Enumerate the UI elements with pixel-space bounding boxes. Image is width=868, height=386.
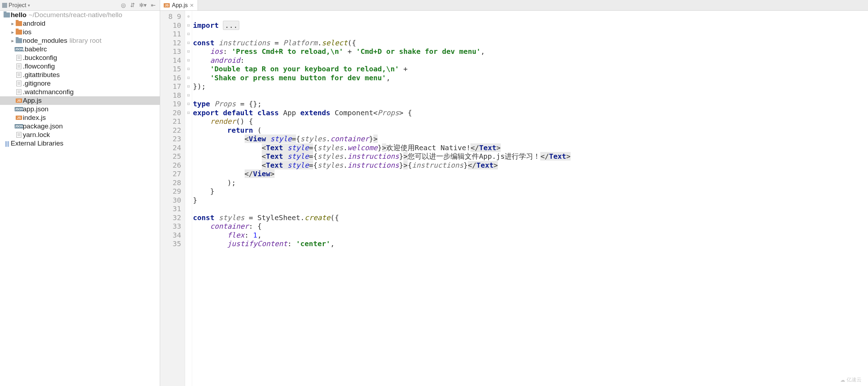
tree-item[interactable]: JSONapp.json [0,105,160,113]
project-root[interactable]: hello ~/Documents/react-native/hello [0,11,160,19]
chevron-down-icon: ▾ [28,3,30,8]
expand-icon[interactable]: ▸ [10,21,15,26]
tree-item-label: .gitignore [23,80,51,87]
file-icon [15,132,23,138]
project-tree[interactable]: hello ~/Documents/react-native/hello ▸an… [0,11,160,386]
folder-icon [4,12,10,17]
file-icon: JS [15,116,23,120]
project-path: ~/Documents/react-native/hello [29,11,122,19]
file-icon: JS [15,98,23,103]
tree-item[interactable]: ▸android [0,19,160,28]
tree-item[interactable]: .buckconfig [0,54,160,62]
expand-icon[interactable]: ▸ [10,29,15,35]
close-icon[interactable]: ✕ [190,2,194,8]
project-icon [2,3,7,8]
code-content[interactable]: import ... const instructions = Platform… [192,11,868,386]
tree-item-label: index.js [23,114,46,122]
tree-item[interactable]: .watchmanconfig [0,88,160,96]
file-icon [15,64,23,69]
file-icon: JSON [15,124,23,128]
tree-item-label: yarn.lock [23,131,50,139]
tree-item-label: android [23,20,45,27]
tree-item[interactable]: ▸ios [0,28,160,36]
tree-item-label: .watchmanconfig [23,88,74,96]
tree-item-label: app.json [23,105,48,113]
tree-item-label: ios [23,28,31,36]
external-libraries-label: External Libraries [11,139,63,147]
tree-item[interactable]: ▸node_moduleslibrary root [0,36,160,45]
tree-item[interactable]: JSON.babelrc [0,45,160,54]
project-name: hello [11,11,26,19]
file-icon [15,38,23,43]
expand-icon[interactable]: ▸ [10,38,15,44]
target-icon[interactable]: ◎ [119,2,128,9]
tree-item-label: .gitattributes [23,71,60,79]
file-icon: JSON [15,47,23,51]
file-icon [15,21,23,26]
code-editor[interactable]: 8 9 10 11 12 13 14 15 16 17 18 19 20 21 … [160,11,868,386]
editor-tabbar: JS App.js ✕ [160,0,868,11]
file-icon [15,81,23,86]
fold-strip[interactable]: ⊕ ⊟ ⊟ ⊟ ⊟ ⊟ ⊟ ⊟ ⊟ ⊟ ⊟ ⊟ [185,11,192,386]
file-icon [15,55,23,61]
cloud-icon: ☁ [840,377,845,383]
collapse-icon[interactable]: ⇵ [128,2,137,9]
gear-icon[interactable]: ✻▾ [137,2,149,9]
tree-item-note: library root [70,37,102,45]
hide-icon[interactable]: ⇤ [149,2,158,9]
tree-item-label: .flowconfig [23,62,55,70]
watermark: ☁ 亿速云 [840,377,862,383]
tab-app-js[interactable]: JS App.js ✕ [160,0,198,10]
tree-item[interactable]: .flowconfig [0,62,160,71]
watermark-text: 亿速云 [847,377,862,383]
file-icon [15,30,23,35]
external-libraries[interactable]: ∥∥ External Libraries [0,139,160,148]
file-icon [15,72,23,78]
tree-item[interactable]: yarn.lock [0,131,160,139]
editor-area: JS App.js ✕ 8 9 10 11 12 13 14 15 16 17 … [160,0,868,386]
js-icon: JS [164,3,170,7]
project-dropdown-label: Project [9,2,26,9]
tree-item[interactable]: JSONpackage.json [0,122,160,131]
tree-item[interactable]: JSApp.js [0,96,160,105]
sidebar-toolbar: Project ▾ ◎ ⇵ ✻▾ ⇤ [0,0,160,11]
line-gutter[interactable]: 8 9 10 11 12 13 14 15 16 17 18 19 20 21 … [160,11,185,386]
project-dropdown[interactable]: Project ▾ [2,2,30,9]
tab-label: App.js [172,2,188,9]
project-sidebar: Project ▾ ◎ ⇵ ✻▾ ⇤ hello ~/Documents/rea… [0,0,160,386]
library-icon: ∥∥ [5,140,9,147]
tree-item[interactable]: .gitignore [0,79,160,88]
file-icon: JSON [15,107,23,111]
tree-item-label: .buckconfig [23,54,57,62]
tree-item-label: App.js [23,97,42,105]
tree-item-label: node_modules [23,37,67,45]
file-icon [15,89,23,95]
tree-item-label: package.json [23,122,63,130]
tree-item[interactable]: JSindex.js [0,113,160,122]
tree-item-label: .babelrc [23,45,47,53]
tree-item[interactable]: .gitattributes [0,71,160,79]
